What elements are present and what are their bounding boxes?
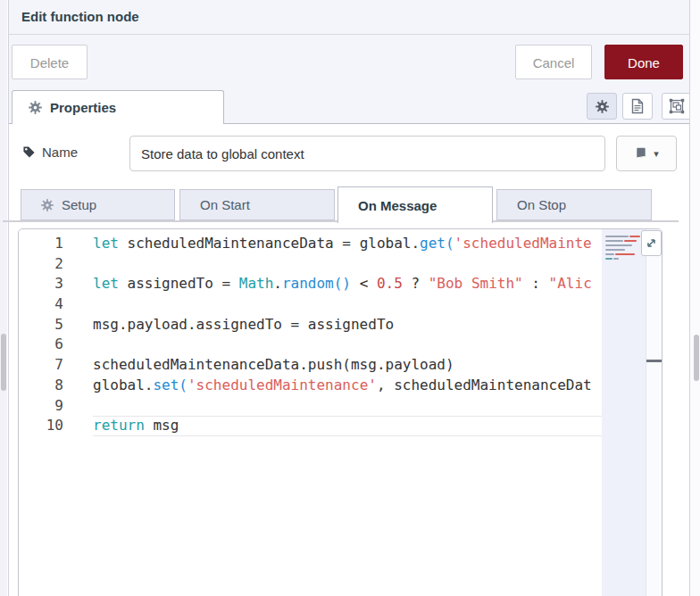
name-label-text: Name <box>42 145 78 160</box>
code-token: : <box>523 275 549 292</box>
description-button[interactable] <box>622 93 653 120</box>
document-icon <box>630 98 645 114</box>
code-line[interactable]: let scheduledMaintenanceData = global.ge… <box>93 234 603 254</box>
code-token: random() <box>282 275 351 292</box>
name-label: Name <box>22 145 78 160</box>
name-input[interactable] <box>129 136 605 171</box>
code-token: get( <box>420 235 454 252</box>
properties-tab-label: Properties <box>50 100 116 115</box>
code-token: < <box>351 275 377 292</box>
dialog-title: Edit function node <box>21 9 139 24</box>
code-token: "Bob Smith" <box>429 275 523 292</box>
expand-icon <box>646 237 657 249</box>
code-line[interactable] <box>93 254 603 275</box>
line-number: 10 <box>19 416 63 436</box>
tab-on-start[interactable]: On Start <box>179 189 335 220</box>
code-line[interactable]: return msg <box>93 416 603 436</box>
code-line[interactable]: msg.payload.assignedTo = assignedTo <box>93 315 603 335</box>
code-token: msg.payload.assignedTo = assignedTo <box>93 316 394 333</box>
code-token: msg <box>145 417 179 434</box>
editor-scrollbar-thumb[interactable] <box>646 360 662 362</box>
code-token: return <box>93 417 145 434</box>
code-line[interactable]: let assignedTo = Math.random() < 0.5 ? "… <box>93 274 603 294</box>
dialog-top-section: Edit function node Delete Cancel Done Pr… <box>9 0 689 124</box>
code-token: , scheduledMaintenanceDat <box>377 377 592 393</box>
line-number: 1 <box>19 234 63 254</box>
right-scrollbar[interactable] <box>690 0 700 596</box>
line-number: 7 <box>19 355 63 376</box>
code-line[interactable]: scheduledMaintenanceData.push(msg.payloa… <box>93 355 603 376</box>
right-scrollbar-thumb[interactable] <box>694 335 699 381</box>
code-token: let <box>93 275 119 292</box>
editor-scrollbar[interactable] <box>646 229 662 596</box>
expand-editor-button[interactable] <box>641 230 662 256</box>
gear-icon <box>41 199 54 211</box>
code-token: set( <box>153 377 188 393</box>
line-number: 6 <box>19 335 63 355</box>
line-number: 3 <box>19 274 63 294</box>
tab-label: Setup <box>62 197 96 212</box>
code-token: let <box>93 235 119 252</box>
cancel-button[interactable]: Cancel <box>515 45 592 79</box>
left-scrollbar-thumb[interactable] <box>1 334 6 391</box>
line-number: 5 <box>19 315 63 335</box>
editor-minimap[interactable] <box>602 229 646 596</box>
code-token: Math <box>239 275 274 292</box>
line-number: 2 <box>19 254 63 275</box>
gear-icon <box>29 101 42 114</box>
chevron-down-icon: ▾ <box>654 148 659 160</box>
left-scrollbar[interactable] <box>0 0 7 596</box>
object-group-icon <box>669 98 685 114</box>
library-button[interactable]: ▾ <box>616 136 677 171</box>
code-line[interactable] <box>93 335 603 355</box>
dialog-header: Edit function node <box>9 0 689 35</box>
code-line[interactable] <box>93 294 603 315</box>
tab-label: On Message <box>358 198 437 213</box>
code-token: scheduledMaintenanceData = global. <box>119 235 420 252</box>
code-token: 'scheduledMaintenance' <box>188 377 377 393</box>
tab-properties[interactable]: Properties <box>12 90 224 124</box>
done-button[interactable]: Done <box>604 45 683 79</box>
code-line[interactable] <box>93 396 603 417</box>
editor-code-area[interactable]: let scheduledMaintenanceData = global.ge… <box>93 234 603 436</box>
delete-button[interactable]: Delete <box>12 45 88 79</box>
code-token: . <box>273 275 282 292</box>
code-line[interactable]: global.set('scheduledMaintenance', sched… <box>93 376 603 396</box>
book-icon <box>634 146 647 161</box>
code-token: 'scheduledMainte <box>454 235 592 252</box>
code-token: global. <box>93 377 153 393</box>
line-number: 4 <box>19 294 63 315</box>
code-token: ? <box>403 275 429 292</box>
tag-icon <box>22 145 36 159</box>
code-token: 0.5 <box>377 275 403 292</box>
code-token: "Alic <box>549 275 592 292</box>
tab-on-stop[interactable]: On Stop <box>496 189 652 220</box>
code-token: assignedTo = <box>119 275 239 292</box>
editor-line-numbers: 12345678910 <box>19 234 63 436</box>
edit-properties-button[interactable] <box>587 93 617 120</box>
tab-setup[interactable]: Setup <box>21 189 175 220</box>
code-editor[interactable]: 12345678910 let scheduledMaintenanceData… <box>18 228 662 596</box>
tab-label: On Start <box>200 197 250 212</box>
line-number: 8 <box>19 376 63 396</box>
tab-label: On Stop <box>517 197 566 212</box>
line-number: 9 <box>19 396 63 417</box>
tab-on-message[interactable]: On Message <box>338 186 493 223</box>
appearance-button[interactable] <box>662 93 692 120</box>
edit-function-node-dialog: Edit function node Delete Cancel Done Pr… <box>0 0 700 596</box>
gear-icon <box>596 100 609 113</box>
code-token: scheduledMaintenanceData.push(msg.payloa… <box>93 356 454 373</box>
